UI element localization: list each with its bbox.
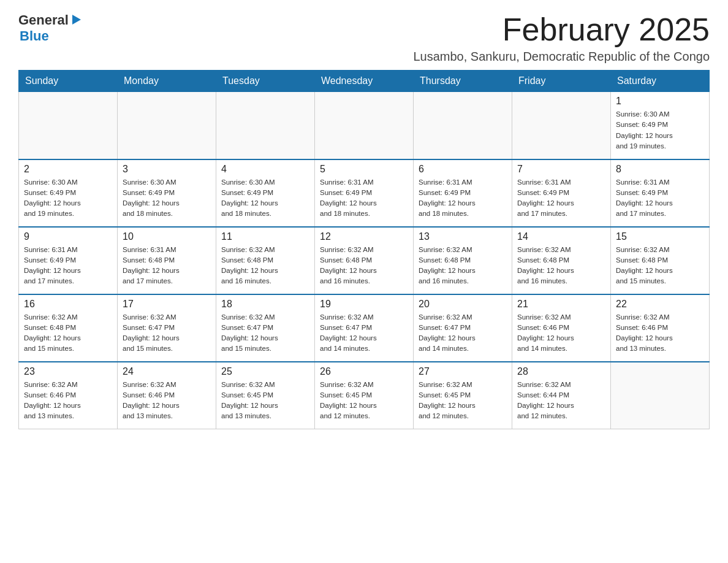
calendar-cell: 5Sunrise: 6:31 AM Sunset: 6:49 PM Daylig…	[315, 159, 414, 227]
day-number: 3	[123, 164, 211, 175]
calendar-cell	[315, 92, 414, 159]
calendar-cell	[512, 92, 611, 159]
day-number: 1	[616, 96, 704, 107]
day-info: Sunrise: 6:32 AM Sunset: 6:46 PM Dayligh…	[616, 312, 704, 354]
day-number: 9	[24, 231, 112, 242]
day-info: Sunrise: 6:32 AM Sunset: 6:46 PM Dayligh…	[24, 380, 112, 422]
calendar-week-row-2: 2Sunrise: 6:30 AM Sunset: 6:49 PM Daylig…	[19, 159, 710, 227]
day-info: Sunrise: 6:32 AM Sunset: 6:46 PM Dayligh…	[517, 312, 605, 354]
calendar-cell	[216, 92, 315, 159]
day-number: 18	[221, 299, 309, 310]
day-number: 8	[616, 164, 704, 175]
day-number: 24	[123, 366, 211, 377]
header-saturday: Saturday	[611, 71, 710, 92]
calendar-cell: 9Sunrise: 6:31 AM Sunset: 6:49 PM Daylig…	[19, 227, 118, 294]
day-number: 25	[221, 366, 309, 377]
day-number: 19	[320, 299, 408, 310]
day-number: 21	[517, 299, 605, 310]
day-number: 2	[24, 164, 112, 175]
day-number: 14	[517, 231, 605, 242]
header-monday: Monday	[118, 71, 216, 92]
calendar-cell: 28Sunrise: 6:32 AM Sunset: 6:44 PM Dayli…	[512, 362, 611, 429]
day-info: Sunrise: 6:32 AM Sunset: 6:47 PM Dayligh…	[221, 312, 309, 354]
calendar-cell: 16Sunrise: 6:32 AM Sunset: 6:48 PM Dayli…	[19, 294, 118, 362]
day-info: Sunrise: 6:31 AM Sunset: 6:49 PM Dayligh…	[419, 177, 507, 220]
day-number: 7	[517, 164, 605, 175]
logo-blue-text: Blue	[20, 28, 83, 44]
calendar-table: Sunday Monday Tuesday Wednesday Thursday…	[18, 70, 710, 429]
day-number: 5	[320, 164, 408, 175]
day-number: 26	[320, 366, 408, 377]
day-info: Sunrise: 6:31 AM Sunset: 6:49 PM Dayligh…	[24, 245, 112, 287]
calendar-cell: 14Sunrise: 6:32 AM Sunset: 6:48 PM Dayli…	[512, 227, 611, 294]
day-number: 15	[616, 231, 704, 242]
title-section: February 2025 Lusambo, Sankuru, Democrat…	[413, 12, 710, 64]
day-info: Sunrise: 6:31 AM Sunset: 6:49 PM Dayligh…	[517, 177, 605, 220]
header-wednesday: Wednesday	[315, 71, 414, 92]
calendar-week-row-3: 9Sunrise: 6:31 AM Sunset: 6:49 PM Daylig…	[19, 227, 710, 294]
svg-marker-0	[72, 15, 81, 25]
logo-general-text: General	[18, 12, 69, 28]
day-info: Sunrise: 6:32 AM Sunset: 6:46 PM Dayligh…	[123, 380, 211, 422]
day-info: Sunrise: 6:32 AM Sunset: 6:48 PM Dayligh…	[320, 245, 408, 287]
calendar-cell: 20Sunrise: 6:32 AM Sunset: 6:47 PM Dayli…	[414, 294, 512, 362]
day-info: Sunrise: 6:30 AM Sunset: 6:49 PM Dayligh…	[221, 177, 309, 220]
calendar-cell: 22Sunrise: 6:32 AM Sunset: 6:46 PM Dayli…	[611, 294, 710, 362]
day-info: Sunrise: 6:32 AM Sunset: 6:47 PM Dayligh…	[123, 312, 211, 354]
calendar-cell: 12Sunrise: 6:32 AM Sunset: 6:48 PM Dayli…	[315, 227, 414, 294]
day-info: Sunrise: 6:30 AM Sunset: 6:49 PM Dayligh…	[616, 109, 704, 151]
calendar-cell: 17Sunrise: 6:32 AM Sunset: 6:47 PM Dayli…	[118, 294, 216, 362]
day-info: Sunrise: 6:30 AM Sunset: 6:49 PM Dayligh…	[24, 177, 112, 220]
calendar-week-row-1: 1Sunrise: 6:30 AM Sunset: 6:49 PM Daylig…	[19, 92, 710, 159]
day-number: 22	[616, 299, 704, 310]
day-info: Sunrise: 6:32 AM Sunset: 6:44 PM Dayligh…	[517, 380, 605, 422]
day-number: 4	[221, 164, 309, 175]
header-friday: Friday	[512, 71, 611, 92]
day-number: 6	[419, 164, 507, 175]
calendar-week-row-4: 16Sunrise: 6:32 AM Sunset: 6:48 PM Dayli…	[19, 294, 710, 362]
day-number: 11	[221, 231, 309, 242]
day-number: 16	[24, 299, 112, 310]
logo-arrow-icon	[70, 13, 83, 26]
calendar-cell: 8Sunrise: 6:31 AM Sunset: 6:49 PM Daylig…	[611, 159, 710, 227]
calendar-cell: 26Sunrise: 6:32 AM Sunset: 6:45 PM Dayli…	[315, 362, 414, 429]
day-info: Sunrise: 6:32 AM Sunset: 6:48 PM Dayligh…	[221, 245, 309, 287]
day-number: 17	[123, 299, 211, 310]
calendar-cell: 7Sunrise: 6:31 AM Sunset: 6:49 PM Daylig…	[512, 159, 611, 227]
day-info: Sunrise: 6:30 AM Sunset: 6:49 PM Dayligh…	[123, 177, 211, 220]
calendar-cell: 4Sunrise: 6:30 AM Sunset: 6:49 PM Daylig…	[216, 159, 315, 227]
day-info: Sunrise: 6:32 AM Sunset: 6:45 PM Dayligh…	[320, 380, 408, 422]
day-info: Sunrise: 6:31 AM Sunset: 6:49 PM Dayligh…	[320, 177, 408, 220]
day-number: 27	[419, 366, 507, 377]
day-number: 10	[123, 231, 211, 242]
day-info: Sunrise: 6:32 AM Sunset: 6:47 PM Dayligh…	[320, 312, 408, 354]
day-number: 28	[517, 366, 605, 377]
calendar-cell	[611, 362, 710, 429]
calendar-week-row-5: 23Sunrise: 6:32 AM Sunset: 6:46 PM Dayli…	[19, 362, 710, 429]
calendar-cell: 27Sunrise: 6:32 AM Sunset: 6:45 PM Dayli…	[414, 362, 512, 429]
header-sunday: Sunday	[19, 71, 118, 92]
header-tuesday: Tuesday	[216, 71, 315, 92]
day-info: Sunrise: 6:32 AM Sunset: 6:45 PM Dayligh…	[221, 380, 309, 422]
weekday-header-row: Sunday Monday Tuesday Wednesday Thursday…	[19, 71, 710, 92]
day-number: 23	[24, 366, 112, 377]
day-info: Sunrise: 6:32 AM Sunset: 6:45 PM Dayligh…	[419, 380, 507, 422]
day-number: 12	[320, 231, 408, 242]
day-info: Sunrise: 6:31 AM Sunset: 6:49 PM Dayligh…	[616, 177, 704, 220]
calendar-cell: 18Sunrise: 6:32 AM Sunset: 6:47 PM Dayli…	[216, 294, 315, 362]
calendar-cell: 19Sunrise: 6:32 AM Sunset: 6:47 PM Dayli…	[315, 294, 414, 362]
calendar-cell: 11Sunrise: 6:32 AM Sunset: 6:48 PM Dayli…	[216, 227, 315, 294]
location-subtitle: Lusambo, Sankuru, Democratic Republic of…	[413, 50, 710, 64]
day-info: Sunrise: 6:31 AM Sunset: 6:48 PM Dayligh…	[123, 245, 211, 287]
calendar-cell	[414, 92, 512, 159]
calendar-cell: 13Sunrise: 6:32 AM Sunset: 6:48 PM Dayli…	[414, 227, 512, 294]
calendar-cell: 15Sunrise: 6:32 AM Sunset: 6:48 PM Dayli…	[611, 227, 710, 294]
day-info: Sunrise: 6:32 AM Sunset: 6:48 PM Dayligh…	[24, 312, 112, 354]
calendar-cell: 10Sunrise: 6:31 AM Sunset: 6:48 PM Dayli…	[118, 227, 216, 294]
calendar-cell: 3Sunrise: 6:30 AM Sunset: 6:49 PM Daylig…	[118, 159, 216, 227]
calendar-cell: 25Sunrise: 6:32 AM Sunset: 6:45 PM Dayli…	[216, 362, 315, 429]
calendar-cell: 24Sunrise: 6:32 AM Sunset: 6:46 PM Dayli…	[118, 362, 216, 429]
calendar-cell: 1Sunrise: 6:30 AM Sunset: 6:49 PM Daylig…	[611, 92, 710, 159]
page-header: General Blue February 2025 Lusambo, Sank…	[18, 12, 710, 64]
day-info: Sunrise: 6:32 AM Sunset: 6:48 PM Dayligh…	[517, 245, 605, 287]
